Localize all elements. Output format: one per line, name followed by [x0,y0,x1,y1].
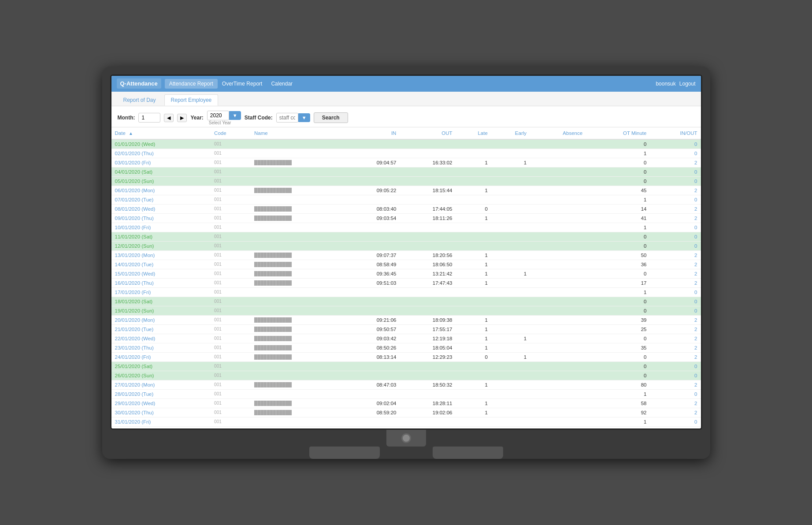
nav-attendance-report[interactable]: Attendance Report [165,79,218,89]
cell-late: 1 [456,278,491,287]
cell-name: ████████████ [251,186,344,195]
cell-out [400,167,456,176]
cell-late: 1 [456,398,491,408]
cell-code: 001 [211,204,251,213]
staff-code-input[interactable] [276,113,298,123]
col-ot[interactable]: OT Minute [586,127,650,139]
cell-inout: 0 [650,287,701,297]
cell-ot: 0 [586,158,650,167]
table-row: 27/01/2020 (Mon)001████████████08:47:031… [111,380,701,389]
table-row: 07/01/2020 (Tue)00110 [111,195,701,204]
cell-date: 22/01/2020 (Wed) [111,334,211,343]
col-name[interactable]: Name [251,127,344,139]
cell-out: 19:02:06 [400,408,456,417]
cell-date: 31/01/2020 (Fri) [111,417,211,426]
cell-late [456,195,491,204]
cell-out [400,195,456,204]
cell-absence [530,389,586,398]
cell-ot: 1 [586,417,650,426]
cell-late: 1 [456,213,491,223]
cell-ot: 36 [586,260,650,269]
cell-inout: 0 [650,241,701,250]
cell-in [344,195,400,204]
table-row: 05/01/2020 (Sun)00100 [111,176,701,186]
cell-in: 09:07:37 [344,250,400,260]
cell-late [456,371,491,380]
year-dropdown-button[interactable]: ▼ [229,111,241,120]
cell-in [344,361,400,371]
cell-inout: 2 [650,315,701,324]
table-row: 24/01/2020 (Fri)001████████████08:13:141… [111,352,701,361]
month-input[interactable] [138,113,160,123]
cell-date: 09/01/2020 (Thu) [111,213,211,223]
cell-absence [530,324,586,334]
cell-out: 18:15:44 [400,186,456,195]
col-out[interactable]: OUT [400,127,456,139]
cell-name: ████████████ [251,213,344,223]
col-inout[interactable]: IN/OUT [650,127,701,139]
cell-date: 29/01/2020 (Wed) [111,398,211,408]
cell-inout: 0 [650,306,701,315]
cell-late [456,287,491,297]
nav-calendar[interactable]: Calendar [267,79,297,89]
cell-in: 08:13:14 [344,352,400,361]
col-late[interactable]: Late [456,127,491,139]
table-row: 25/01/2020 (Sat)00100 [111,361,701,371]
cell-date: 10/01/2020 (Fri) [111,223,211,232]
cell-absence [530,269,586,278]
col-in[interactable]: IN [344,127,400,139]
cell-early [491,204,530,213]
table-row: 13/01/2020 (Mon)001████████████09:07:371… [111,250,701,260]
cell-ot: 35 [586,343,650,352]
username: boonsuk [656,81,675,87]
col-code[interactable]: Code [211,127,251,139]
cell-code: 001 [211,149,251,158]
cell-out [400,389,456,398]
cell-code: 001 [211,417,251,426]
tab-report-of-day[interactable]: Report of Day [117,94,163,106]
nav-overtime-report[interactable]: OverTime Report [218,79,267,89]
cell-absence [530,158,586,167]
col-date[interactable]: Date ▲ [111,127,211,139]
cell-name [251,139,344,149]
cell-out: 17:47:43 [400,278,456,287]
col-absence[interactable]: Absence [530,127,586,139]
table-row: 11/01/2020 (Sat)00100 [111,232,701,241]
cell-code: 001 [211,167,251,176]
cell-late [456,232,491,241]
cell-name [251,297,344,306]
cell-date: 30/01/2020 (Thu) [111,408,211,417]
month-prev-button[interactable]: ◀ [164,114,174,122]
logout-button[interactable]: Logout [679,81,696,87]
staff-code-dropdown-button[interactable]: ▼ [298,113,310,122]
month-next-button[interactable]: ▶ [177,114,187,122]
table-row: 09/01/2020 (Thu)001████████████09:03:541… [111,213,701,223]
search-button[interactable]: Search [314,112,348,123]
cell-ot: 25 [586,324,650,334]
table-row: 23/01/2020 (Thu)001████████████08:50:261… [111,343,701,352]
cell-ot: 0 [586,139,650,149]
col-early[interactable]: Early [491,127,530,139]
cell-out [400,176,456,186]
cell-name: ████████████ [251,380,344,389]
stand-base [309,447,503,459]
cell-ot: 17 [586,278,650,287]
cell-late: 1 [456,315,491,324]
cell-late: 1 [456,260,491,269]
cell-name: ████████████ [251,408,344,417]
tab-report-employee[interactable]: Report Employee [164,94,219,106]
cell-ot: 0 [586,361,650,371]
cell-code: 001 [211,139,251,149]
year-input[interactable] [207,111,229,120]
cell-out [400,149,456,158]
cell-inout: 0 [650,361,701,371]
cell-ot: 14 [586,204,650,213]
cell-ot: 41 [586,213,650,223]
cell-ot: 58 [586,398,650,408]
cell-late: 0 [456,204,491,213]
cell-date: 23/01/2020 (Thu) [111,343,211,352]
cell-inout: 2 [650,324,701,334]
cell-date: 21/01/2020 (Tue) [111,324,211,334]
cell-ot: 80 [586,380,650,389]
cell-date: 17/01/2020 (Fri) [111,287,211,297]
